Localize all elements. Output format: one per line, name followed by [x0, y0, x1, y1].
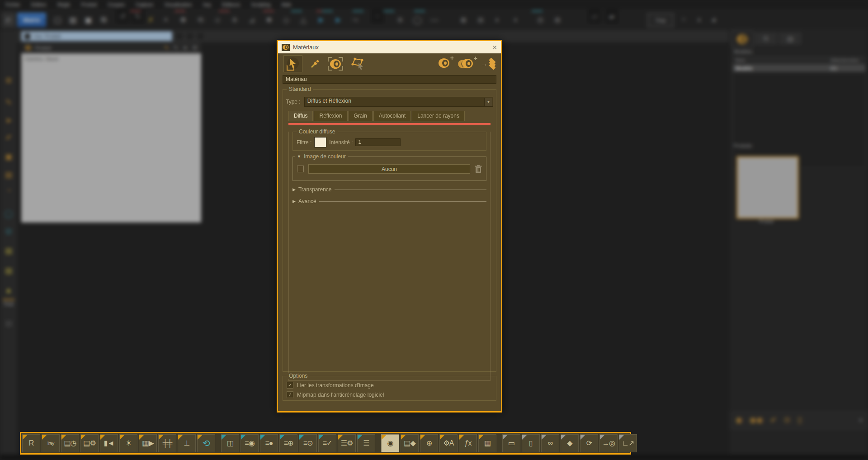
diffuse-color-row: Filtre : Intensité : 1: [297, 137, 482, 147]
corner-badge: [241, 435, 246, 440]
corner-badge: [600, 435, 605, 440]
select-material-tool[interactable]: [283, 55, 302, 72]
corner-badge: [299, 435, 304, 440]
corner-badge: [420, 435, 425, 440]
corner-badge: [382, 435, 387, 440]
advanced-section[interactable]: ▶ Avancé: [292, 198, 486, 204]
intensity-input[interactable]: 1: [355, 138, 401, 146]
divider: [319, 201, 486, 202]
image-enable-checkbox[interactable]: [297, 166, 304, 172]
corner-badge: [81, 435, 86, 440]
arrow-icon: →: [481, 60, 487, 67]
chevron-collapsed-icon[interactable]: ▶: [292, 199, 296, 204]
type-row: Type : Diffus et Réflexion ▼: [286, 97, 493, 107]
corner-badge: [561, 435, 566, 440]
options-group: Options ✓ Lier les transformations d'ima…: [283, 376, 496, 401]
dialog-title-bar[interactable]: Matériaux ✕: [278, 41, 501, 53]
mipmap-checkbox[interactable]: ✓: [287, 391, 293, 398]
color-image-header[interactable]: ▼ Image de couleur: [295, 153, 348, 160]
effects-fx-editor-icon[interactable]: ƒx: [459, 434, 477, 452]
link-transform-checkbox[interactable]: ✓: [287, 382, 293, 389]
render-settings-icon[interactable]: ▤⚙: [80, 434, 99, 452]
stereo-glasses-icon[interactable]: ∞: [541, 434, 559, 452]
image-select-button[interactable]: Aucun: [308, 164, 470, 174]
lasso-select-tool-icon[interactable]: [350, 57, 366, 70]
trash-icon[interactable]: [475, 165, 482, 173]
transparency-label: Transparence: [298, 186, 332, 193]
render-icon[interactable]: R: [22, 434, 40, 452]
dialog-toolbar: + + →: [278, 53, 501, 74]
visibility-layers-icon[interactable]: ≡⊙: [299, 434, 317, 452]
standard-group: Standard Type : Diffus et Réflexion ▼ Di…: [283, 89, 496, 372]
images-editor-icon[interactable]: ▤◆: [401, 434, 419, 452]
plus-icon: +: [474, 55, 477, 62]
joystick-icon[interactable]: ⊥: [178, 434, 196, 452]
cursor-icon: [288, 58, 297, 69]
environment-layers-icon[interactable]: ≡⊕: [279, 434, 297, 452]
dialog-tab[interactable]: Réflexion: [314, 111, 347, 121]
iray-render-icon[interactable]: Iray: [42, 434, 60, 452]
postprocess-film-icon[interactable]: ▦: [478, 434, 496, 452]
corner-badge: [542, 435, 547, 440]
lighting-icon[interactable]: ☀: [119, 434, 137, 452]
material-layers-icon[interactable]: ≡◉: [241, 434, 259, 452]
diffuse-tab-panel: Couleur diffuse Filtre : Intensité : 1 ▼…: [288, 132, 491, 381]
position-layers-icon[interactable]: ≡●: [260, 434, 278, 452]
eyedropper-tool-icon[interactable]: [310, 58, 321, 69]
video-capture-icon[interactable]: ▮◄: [100, 434, 118, 452]
material-ball-icon: [330, 59, 341, 69]
corner-badge: [61, 435, 66, 440]
animation-clapper-icon[interactable]: ▦▶: [139, 434, 157, 452]
transparency-section[interactable]: ▶ Transparence: [292, 186, 486, 193]
checklist-icon[interactable]: ☰: [357, 434, 375, 452]
material-ball-icon: [439, 58, 449, 68]
apply-to-layers-button[interactable]: →: [481, 60, 495, 68]
close-icon[interactable]: ✕: [492, 44, 497, 51]
materials-editor-icon[interactable]: ◉: [381, 434, 399, 452]
new-material-button[interactable]: +: [439, 58, 449, 69]
unfold-box-icon[interactable]: ◫: [221, 434, 239, 452]
chevron-expanded-icon[interactable]: ▼: [297, 154, 301, 159]
material-type-select[interactable]: Diffus et Réflexion ▼: [304, 97, 493, 107]
wrench-badge-icon[interactable]: ◆: [561, 434, 579, 452]
config-wrench-icon[interactable]: ⟲: [197, 434, 215, 452]
advanced-label: Avancé: [298, 198, 316, 204]
corner-badge: [42, 435, 47, 440]
link-transform-label: Lier les transformations d'image: [297, 382, 374, 389]
material-name-input[interactable]: Matériau: [283, 75, 496, 84]
pick-material-tool[interactable]: [328, 57, 343, 71]
target-arrow-icon[interactable]: →◎: [599, 434, 618, 452]
dialog-tab[interactable]: Autocollant: [373, 111, 411, 121]
curve-graph-icon[interactable]: ∟↗: [619, 434, 637, 452]
corner-badge: [479, 435, 484, 440]
duplicate-material-button[interactable]: +: [458, 59, 473, 69]
corner-badge: [139, 435, 144, 440]
diffuse-color-group: Couleur diffuse Filtre : Intensité : 1: [292, 132, 486, 151]
corner-badge: [319, 435, 324, 440]
corner-badge: [198, 435, 203, 440]
dialog-tab[interactable]: Grain: [349, 111, 373, 121]
auto-gear-editor-icon[interactable]: ⚙A: [439, 434, 458, 452]
color-image-label: Image de couleur: [304, 153, 346, 160]
dialog-tab[interactable]: Lancer de rayons: [412, 111, 465, 121]
rotate-wrench-icon[interactable]: ⟳: [580, 434, 598, 452]
corner-badge: [23, 435, 28, 440]
corner-badge: [503, 435, 508, 440]
environment-editor-icon[interactable]: ⊕: [420, 434, 438, 452]
measure-ruler-icon[interactable]: ▭: [502, 434, 520, 452]
intensity-label: Intensité :: [329, 139, 353, 146]
corner-badge: [619, 435, 624, 440]
sliders-settings-icon[interactable]: ╪╪: [158, 434, 176, 452]
filter-label: Filtre :: [297, 139, 311, 146]
material-ball-icon: [283, 45, 288, 50]
validation-layers-icon[interactable]: ≡✓: [318, 434, 336, 452]
chevron-down-icon[interactable]: ▼: [484, 98, 492, 106]
checklist-tools-icon[interactable]: ☰⚙: [338, 434, 356, 452]
color-swatch[interactable]: [314, 137, 326, 147]
render-queue-icon[interactable]: ▤◷: [61, 434, 79, 452]
dialog-tab[interactable]: Diffus: [288, 111, 313, 121]
corner-badge: [459, 435, 464, 440]
chevron-collapsed-icon[interactable]: ▶: [292, 187, 296, 192]
corner-badge: [178, 435, 183, 440]
door-light-icon[interactable]: ▯: [522, 434, 540, 452]
